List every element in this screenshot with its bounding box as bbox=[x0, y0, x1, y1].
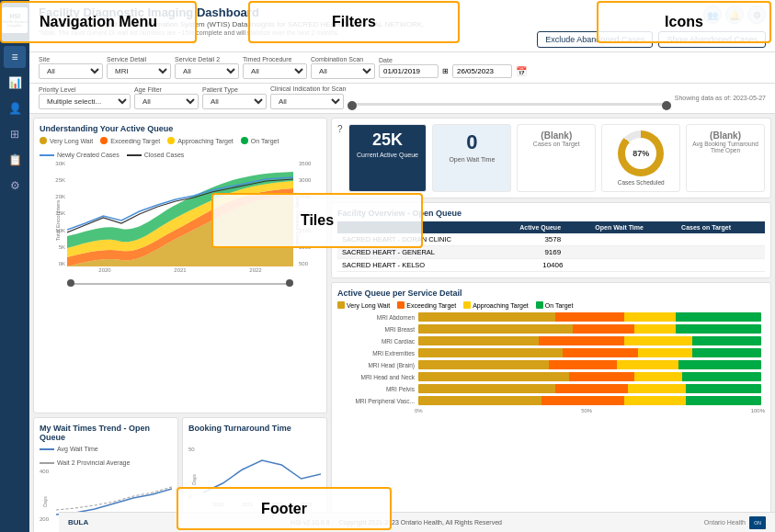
left-panel: Understanding Your Active Queue Very Lon… bbox=[33, 118, 327, 532]
col-open-wait: Open Wait Time bbox=[590, 221, 677, 233]
bar-row: MRI Cardiac bbox=[341, 336, 761, 345]
footer-ontario: Ontario Health ON bbox=[704, 516, 766, 529]
bar-segment bbox=[638, 348, 693, 357]
filter-combination-scan: Combination Scan All bbox=[311, 56, 375, 79]
active-queue-chart: Total Encounters 30K25K20K15K10K5K0K 350… bbox=[40, 161, 321, 280]
main-chart-svg bbox=[67, 161, 293, 266]
bar-chart-area: MRI AbdomenMRI BreastMRI CardiacMRI Extr… bbox=[337, 312, 765, 405]
service-detail2-select[interactable]: All bbox=[175, 63, 239, 79]
legend-exceeding: Exceeding Target bbox=[100, 137, 160, 144]
bar-track bbox=[418, 372, 761, 381]
header-info: Facility Diagnostic Imaging Dashboard Di… bbox=[39, 6, 425, 36]
date-from-input[interactable] bbox=[379, 64, 439, 78]
sidebar-icon-settings[interactable]: ⚙ bbox=[4, 175, 26, 197]
bar-chart-title: Active Queue per Service Detail bbox=[337, 289, 765, 298]
header-subtitle: Diagnostic Imaging Wait Times Informatio… bbox=[39, 20, 425, 28]
slider-track bbox=[348, 103, 671, 106]
bar-row: MRI Extremities bbox=[341, 348, 761, 357]
slider-right-handle[interactable] bbox=[662, 101, 671, 110]
bar-segment bbox=[678, 360, 761, 369]
date-to-input[interactable] bbox=[452, 64, 512, 78]
kpi-donut-inner: 87% bbox=[625, 138, 656, 169]
bar-label: MRI Head (Brain) bbox=[341, 362, 415, 368]
sidebar-icon-grid[interactable]: ⊞ bbox=[4, 123, 26, 145]
legend-line-prov bbox=[40, 462, 54, 464]
slider-left-handle[interactable] bbox=[348, 101, 357, 110]
timed-procedure-select[interactable]: All bbox=[243, 63, 307, 79]
age-select[interactable]: All bbox=[134, 94, 199, 109]
sidebar-icon-list[interactable]: 📋 bbox=[4, 149, 26, 171]
bar-segment bbox=[624, 312, 676, 322]
site-select[interactable]: All bbox=[39, 63, 103, 79]
service-detail-select[interactable]: MRI bbox=[107, 63, 171, 79]
notifications-icon[interactable]: 🔔 bbox=[725, 6, 744, 24]
bt-svg bbox=[203, 447, 321, 500]
sidebar-icon-menu[interactable]: ≡ bbox=[4, 46, 26, 68]
header-icon-group: 👥 🔔 ⚙ bbox=[703, 6, 766, 24]
bar-track bbox=[418, 312, 761, 322]
col-name bbox=[337, 221, 515, 233]
range-slider-right[interactable] bbox=[286, 279, 293, 287]
patient-type-select[interactable]: All bbox=[202, 94, 267, 109]
range-slider-left[interactable] bbox=[67, 279, 74, 287]
table-row: SACRED HEART - DORAN CLINIC 3578 bbox=[337, 233, 765, 246]
date-row: ⊞ 📅 bbox=[379, 64, 527, 78]
facility-open-wait bbox=[590, 246, 677, 259]
filter-age: Age Filter All bbox=[134, 86, 199, 109]
action-buttons: Exclude Abandoned Cases Show Abandoned C… bbox=[537, 31, 766, 48]
bar-segment bbox=[418, 348, 563, 357]
table-row: SACRED HEART - KELSO 10406 bbox=[337, 259, 765, 272]
filter-service-detail2: Service Detail 2 All bbox=[175, 56, 239, 79]
kpi-avg-blank: (Blank) bbox=[690, 130, 760, 141]
yaxis-left-values: 30K25K20K15K10K5K0K bbox=[45, 161, 65, 266]
wait-times-legend: Avg Wait Time Wait 2 Provincial Average bbox=[40, 446, 172, 466]
exclude-abandoned-btn[interactable]: Exclude Abandoned Cases bbox=[537, 31, 653, 48]
bar-segment bbox=[418, 312, 555, 322]
bt-yaxis: 500 bbox=[188, 447, 203, 500]
bar-segment bbox=[573, 324, 634, 334]
filter-bar-row2: Priority Level Multiple selecti... Age F… bbox=[29, 84, 775, 114]
bar-legend-dot-exceeding bbox=[397, 301, 405, 309]
kpi-cases-label: Cases on Target bbox=[521, 141, 591, 147]
combination-scan-select[interactable]: All bbox=[311, 63, 375, 79]
kpi-cases-scheduled: 87% Cases Scheduled bbox=[601, 124, 680, 192]
filter-bar-row1: Site All Service Detail MRI Service Deta… bbox=[29, 52, 775, 84]
show-abandoned-btn[interactable]: Show Abandoned Cases bbox=[658, 31, 766, 48]
bar-label: MRI Extremities bbox=[341, 350, 415, 357]
date-separator: ⊞ bbox=[442, 67, 449, 75]
legend-line-closed bbox=[127, 154, 142, 156]
legend-line-avg bbox=[40, 448, 54, 450]
facility-active-queue: 9169 bbox=[515, 246, 590, 259]
clinical-indication-select[interactable]: All bbox=[270, 94, 344, 109]
bar-segment bbox=[628, 384, 686, 393]
bar-segment bbox=[686, 384, 761, 393]
sidebar-icon-user[interactable]: 👤 bbox=[4, 97, 26, 119]
bar-segment bbox=[541, 396, 624, 405]
filter-service-detail: Service Detail MRI bbox=[107, 56, 171, 79]
bar-segment bbox=[682, 372, 761, 381]
bar-segment bbox=[539, 336, 624, 345]
users-icon[interactable]: 👥 bbox=[703, 6, 722, 24]
table-row: SACRED HEART - GENERAL 9169 bbox=[337, 246, 765, 259]
kpi-open-wait-value: 0 bbox=[437, 130, 507, 154]
facility-cases-target bbox=[677, 259, 765, 272]
priority-level-select[interactable]: Multiple selecti... bbox=[39, 94, 131, 109]
kpi-question-icon[interactable]: ? bbox=[337, 124, 343, 192]
kpi-tiles-row: ? 25K Current Active Queue 0 Open Wait T… bbox=[331, 118, 771, 198]
facility-active-queue: 10406 bbox=[515, 259, 590, 272]
calendar-icon[interactable]: 📅 bbox=[516, 66, 527, 76]
bar-segment bbox=[569, 372, 634, 381]
kpi-donut: 87% bbox=[618, 130, 664, 176]
settings-icon[interactable]: ⚙ bbox=[747, 6, 766, 24]
footer-ontario-text: Ontario Health bbox=[704, 519, 746, 526]
kpi-avg-booking: (Blank) Avg Booking Turnaround Time Open bbox=[686, 124, 765, 192]
facility-name: SACRED HEART - GENERAL bbox=[337, 246, 515, 259]
sidebar: HSI Health SystemInsights ≡ 📊 👤 ⊞ 📋 ⚙ bbox=[0, 0, 29, 532]
filter-clinical-indication-group: Clinical Indication for Scan All bbox=[270, 85, 671, 109]
bar-segment bbox=[624, 396, 686, 405]
kpi-cases-target: (Blank) Cases on Target bbox=[517, 124, 596, 192]
bar-chart-legend: Very Long Wait Exceeding Target Approach… bbox=[337, 301, 765, 309]
bar-segment bbox=[555, 384, 627, 393]
facility-overview-card: Facility Overview - Open Queue Active Qu… bbox=[331, 202, 771, 278]
sidebar-icon-chart[interactable]: 📊 bbox=[4, 72, 26, 94]
